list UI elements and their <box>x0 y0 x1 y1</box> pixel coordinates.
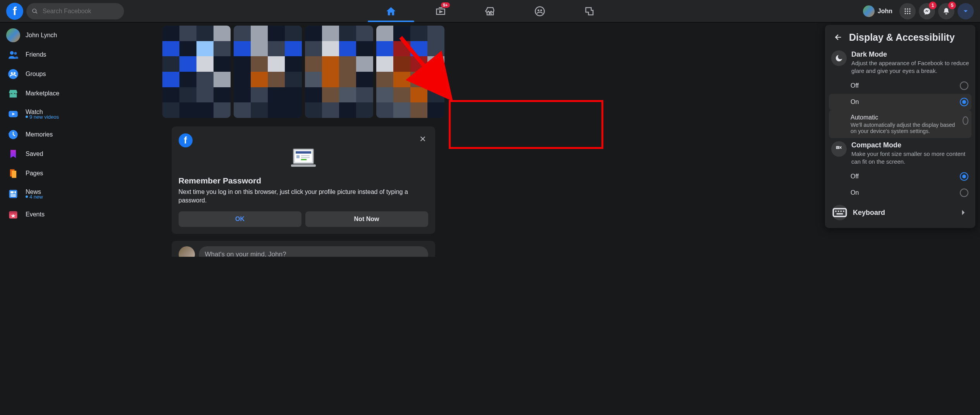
svg-rect-19 <box>9 190 17 198</box>
svg-rect-31 <box>301 157 310 158</box>
search-box[interactable] <box>26 3 124 19</box>
svg-rect-32 <box>301 159 307 160</box>
svg-point-1 <box>537 9 539 11</box>
watch-badge: 9+ <box>441 2 450 8</box>
sidebar-item-memories[interactable]: Memories <box>3 125 133 144</box>
svg-rect-20 <box>10 191 14 194</box>
search-input[interactable] <box>42 7 119 15</box>
composer-input[interactable]: What's on your mind, John? <box>199 246 428 257</box>
pages-icon <box>6 166 20 180</box>
sidebar-item-label: Marketplace <box>26 90 59 97</box>
sidebar-item-label: Pages <box>26 170 43 177</box>
avatar <box>6 28 20 42</box>
feed-column: f Remember Password Next time you log in… <box>172 22 435 257</box>
sidebar-item-label: Friends <box>26 51 46 58</box>
sidebar-item-saved[interactable]: Saved <box>3 144 133 164</box>
svg-point-13 <box>14 52 17 55</box>
center-tabs: 9+ <box>366 0 607 22</box>
left-sidebar: John Lynch Friends Groups Marketplace Wa… <box>0 22 136 257</box>
svg-rect-23 <box>15 191 16 194</box>
svg-rect-28 <box>296 151 311 154</box>
composer: What's on your mind, John? <box>172 241 435 257</box>
svg-rect-29 <box>296 155 300 158</box>
device-illustration-icon <box>291 147 316 169</box>
tab-groups[interactable] <box>515 0 565 22</box>
saved-icon <box>6 147 20 161</box>
story-card[interactable] <box>305 26 373 118</box>
card-body: Next time you log in on this browser, ju… <box>179 188 428 204</box>
facebook-logo-icon: f <box>179 133 193 147</box>
tab-home[interactable] <box>366 0 416 22</box>
sidebar-item-label: Saved <box>26 150 43 157</box>
gaming-icon <box>584 6 595 17</box>
svg-point-0 <box>535 7 544 16</box>
close-icon <box>419 135 427 143</box>
story-card[interactable] <box>234 26 302 118</box>
svg-rect-22 <box>10 196 16 197</box>
not-now-button[interactable]: Not Now <box>305 211 428 227</box>
svg-point-14 <box>8 69 18 79</box>
watch-icon <box>6 107 20 121</box>
close-button[interactable] <box>416 132 430 146</box>
sidebar-item-pages[interactable]: Pages <box>3 164 133 183</box>
events-icon <box>6 208 20 221</box>
avatar[interactable] <box>179 246 195 257</box>
news-icon <box>6 187 20 201</box>
svg-rect-21 <box>10 194 16 195</box>
tab-watch[interactable]: 9+ <box>416 0 465 22</box>
top-bar: f 9+ John 1 <box>0 0 606 22</box>
sidebar-item-news[interactable]: News 4 new <box>3 183 133 205</box>
sidebar-item-sublabel: 9 new videos <box>26 114 59 120</box>
groups-icon <box>534 6 545 17</box>
sidebar-item-label: Memories <box>26 131 53 138</box>
tab-gaming[interactable] <box>565 0 607 22</box>
sidebar-item-friends[interactable]: Friends <box>3 45 133 64</box>
memories-icon <box>6 128 20 142</box>
remember-password-card: f Remember Password Next time you log in… <box>172 126 435 234</box>
svg-rect-30 <box>301 155 310 156</box>
sidebar-item-watch[interactable]: Watch 9 new videos <box>3 103 133 125</box>
home-icon <box>386 6 396 17</box>
svg-point-2 <box>540 9 542 11</box>
ok-button[interactable]: OK <box>179 211 301 227</box>
story-card[interactable] <box>376 26 444 118</box>
sidebar-item-profile[interactable]: John Lynch <box>3 26 133 45</box>
tab-marketplace[interactable] <box>465 0 515 22</box>
svg-rect-25 <box>9 211 17 214</box>
sidebar-item-label: Groups <box>26 71 46 78</box>
marketplace-icon <box>485 6 496 17</box>
annotation-highlight <box>449 100 603 149</box>
story-card[interactable] <box>162 26 231 118</box>
marketplace-icon <box>6 86 20 100</box>
svg-point-12 <box>10 51 14 55</box>
facebook-logo[interactable]: f <box>6 3 23 20</box>
sidebar-item-groups[interactable]: Groups <box>3 64 133 84</box>
search-icon <box>32 8 38 15</box>
svg-point-15 <box>11 72 13 74</box>
sidebar-item-label: John Lynch <box>26 32 57 39</box>
card-title: Remember Password <box>179 176 428 185</box>
stories-row <box>162 26 444 118</box>
sidebar-item-marketplace[interactable]: Marketplace <box>3 84 133 103</box>
friends-icon <box>6 48 20 62</box>
sidebar-item-events[interactable]: Events <box>3 205 133 224</box>
sidebar-item-label: Events <box>26 211 45 218</box>
svg-point-16 <box>14 72 16 74</box>
groups-icon <box>6 67 20 81</box>
svg-rect-33 <box>291 164 316 167</box>
